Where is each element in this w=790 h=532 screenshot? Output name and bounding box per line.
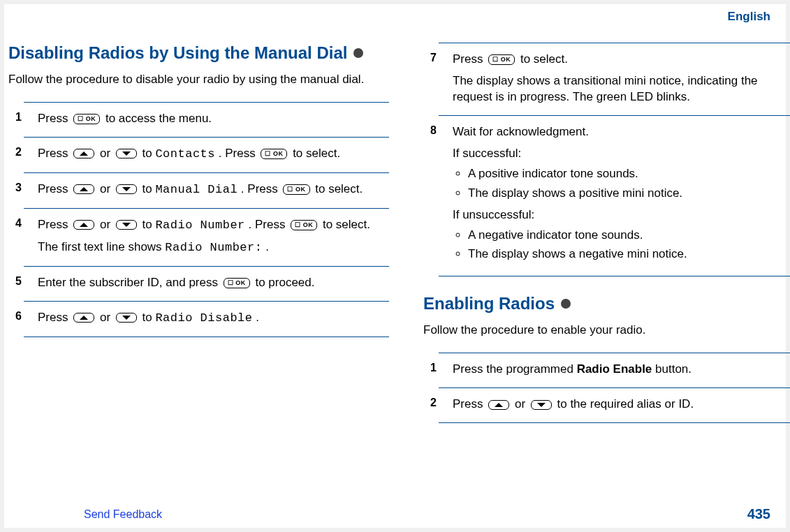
- svg-marker-3: [122, 187, 131, 191]
- step-2-text: Press or to Contacts . Press ☐ OK to sel…: [38, 146, 383, 163]
- text: to proceed.: [255, 276, 314, 289]
- ok-button-icon: ☐ OK: [261, 149, 287, 159]
- menu-option: Radio Number:: [165, 241, 262, 254]
- step-4-text: Press or to Radio Number . Press ☐ OK to…: [38, 217, 383, 234]
- step-8-if-fail: If unsuccessful:: [453, 207, 790, 223]
- svg-marker-8: [495, 403, 503, 407]
- section1-steps-list: Press ☐ OK to access the menu. Press or …: [8, 102, 389, 337]
- step-3-text: Press or to Manual Dial . Press ☐ OK to …: [38, 182, 383, 198]
- text: Press: [38, 311, 71, 324]
- up-button-icon: [73, 149, 94, 158]
- circle-icon: [353, 48, 363, 58]
- ok-button-icon: ☐ OK: [224, 278, 250, 288]
- language-label: English: [728, 10, 770, 24]
- text: to: [142, 311, 156, 324]
- text: . Press: [249, 218, 289, 231]
- step-3: Press or to Manual Dial . Press ☐ OK to …: [24, 172, 389, 208]
- text: to access the menu.: [105, 112, 212, 125]
- text: to: [142, 182, 156, 195]
- svg-marker-0: [80, 152, 88, 156]
- ok-button-icon: ☐ OK: [291, 220, 317, 230]
- bold-text: Radio Enable: [577, 362, 652, 376]
- text: Press: [38, 182, 71, 195]
- up-button-icon: [488, 400, 509, 410]
- down-button-icon: [531, 400, 552, 410]
- text: Press: [453, 52, 486, 66]
- up-button-icon: [73, 313, 94, 323]
- text: Press the programmed: [453, 362, 577, 376]
- step-6-text: Press or to Radio Disable .: [38, 310, 383, 327]
- text: button.: [655, 362, 692, 376]
- svg-marker-7: [122, 316, 131, 320]
- step-7-note: The display shows a transitional mini no…: [453, 73, 790, 105]
- manual-page: English Disabling Radios by Using the Ma…: [4, 4, 786, 528]
- up-button-icon: [73, 184, 94, 194]
- text: or: [100, 182, 114, 195]
- step-6: Press or to Radio Disable .: [24, 301, 389, 337]
- text: Press: [38, 147, 71, 160]
- step-7-text: Press ☐ OK to select.: [453, 52, 790, 68]
- section1-title-text: Disabling Radios by Using the Manual Dia…: [8, 43, 347, 62]
- list-item: The display shows a positive mini notice…: [468, 186, 790, 202]
- step-8-success-list: A positive indicator tone sounds. The di…: [453, 166, 790, 202]
- page-number: 435: [747, 506, 770, 522]
- text: to select.: [315, 182, 363, 195]
- down-button-icon: [116, 184, 137, 194]
- section2-steps-list: Press the programmed Radio Enable button…: [423, 353, 790, 423]
- text: or: [100, 147, 114, 160]
- step-2: Press or to Contacts . Press ☐ OK to sel…: [24, 137, 389, 172]
- down-button-icon: [116, 220, 137, 230]
- svg-marker-1: [122, 152, 131, 156]
- step-8-if-success: If successful:: [453, 146, 790, 162]
- section1-intro: Follow the procedure to disable your rad…: [8, 72, 389, 88]
- step-7: Press ☐ OK to select. The display shows …: [439, 43, 790, 115]
- text: Press: [453, 397, 486, 411]
- list-item: A negative indicator tone sounds.: [468, 228, 790, 244]
- svg-marker-5: [122, 223, 131, 227]
- text: to: [142, 147, 156, 160]
- list-item: A positive indicator tone sounds.: [468, 166, 790, 182]
- text: to the required alias or ID.: [557, 397, 694, 411]
- text: or: [100, 218, 114, 231]
- svg-marker-4: [80, 223, 88, 227]
- text: to select.: [520, 52, 568, 66]
- step-5-text: Enter the subscriber ID, and press ☐ OK …: [38, 275, 383, 291]
- section2-title: Enabling Radios: [423, 293, 790, 314]
- svg-marker-9: [537, 403, 546, 407]
- text: The first text line shows: [38, 240, 165, 253]
- step-8: Wait for acknowledgment. If successful: …: [439, 115, 790, 277]
- step-5: Enter the subscriber ID, and press ☐ OK …: [24, 266, 389, 301]
- ok-button-icon: ☐ OK: [488, 54, 515, 65]
- menu-option: Radio Number: [155, 219, 244, 232]
- right-column: Press ☐ OK to select. The display shows …: [423, 43, 790, 440]
- ok-button-icon: ☐ OK: [73, 114, 100, 124]
- step-4: Press or to Radio Number . Press ☐ OK to…: [24, 208, 389, 266]
- text: Enter the subscriber ID, and press: [38, 276, 221, 289]
- menu-option: Manual Dial: [155, 183, 237, 196]
- step-4-note: The first text line shows Radio Number: …: [38, 239, 383, 256]
- svg-marker-6: [80, 316, 88, 320]
- step-8-text: Wait for acknowledgment.: [453, 124, 790, 140]
- text: . Press: [219, 147, 259, 160]
- section1-steps-cont: Press ☐ OK to select. The display shows …: [423, 43, 790, 276]
- text: .: [265, 240, 269, 253]
- down-button-icon: [116, 313, 137, 323]
- left-column: Disabling Radios by Using the Manual Dia…: [8, 43, 389, 354]
- text: Press: [38, 112, 71, 125]
- menu-option: Radio Disable: [155, 311, 252, 325]
- section2-title-text: Enabling Radios: [423, 294, 555, 313]
- up-button-icon: [73, 220, 94, 230]
- down-button-icon: [116, 149, 137, 158]
- section2-intro: Follow the procedure to enable your radi…: [423, 323, 790, 339]
- text: .: [256, 311, 259, 324]
- ok-button-icon: ☐ OK: [283, 184, 309, 195]
- text: to: [142, 218, 156, 231]
- menu-option: Contacts: [155, 147, 215, 161]
- step-2b: Press or to the required alias or ID.: [439, 387, 790, 423]
- send-feedback-link[interactable]: Send Feedback: [84, 508, 162, 521]
- section1-title: Disabling Radios by Using the Manual Dia…: [8, 43, 389, 64]
- step-1-text: Press ☐ OK to access the menu.: [38, 111, 383, 127]
- text: or: [515, 397, 529, 411]
- step-2b-text: Press or to the required alias or ID.: [453, 397, 790, 413]
- text: Press: [38, 218, 71, 231]
